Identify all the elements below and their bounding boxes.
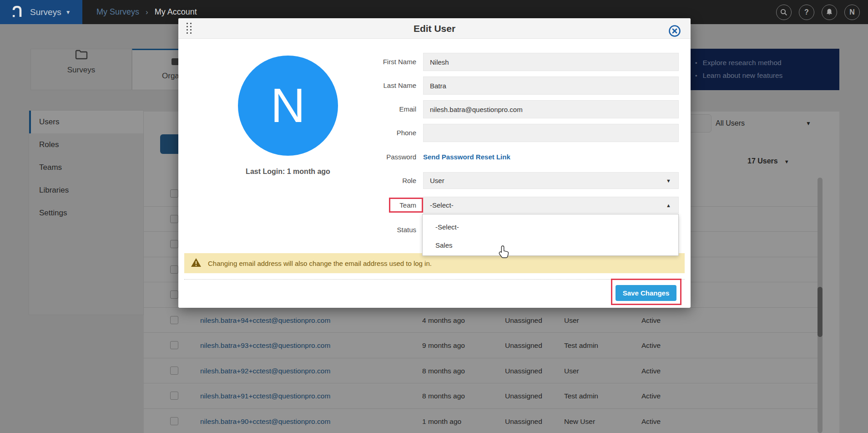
- team-label-annotation-box: [389, 198, 423, 213]
- send-password-reset-link[interactable]: Send Password Reset Link: [423, 153, 510, 161]
- close-icon[interactable]: [668, 25, 681, 37]
- chevron-down-icon: ▼: [66, 9, 71, 15]
- role-label: Role: [343, 172, 416, 189]
- team-select-value: -Select-: [430, 201, 454, 209]
- breadcrumb-my-account: My Account: [155, 7, 197, 17]
- last-name-label: Last Name: [343, 76, 416, 95]
- user-avatar-large: N: [238, 56, 338, 156]
- role-select-value: User: [430, 177, 444, 184]
- questionpro-logo-icon: [11, 5, 23, 20]
- first-name-field[interactable]: [423, 53, 679, 71]
- search-icon[interactable]: [776, 5, 792, 20]
- email-field[interactable]: [423, 100, 679, 118]
- app-window: Surveys ▼ My Surveys › My Account ? N Su…: [0, 0, 868, 433]
- modal-title: Edit User: [178, 18, 691, 39]
- email-label: Email: [343, 100, 416, 118]
- team-dropdown-panel: -Select- Sales: [422, 214, 679, 256]
- status-label: Status: [343, 221, 416, 238]
- edit-user-modal: Edit User N Last Login: 1 month ago Firs…: [178, 18, 691, 308]
- product-name: Surveys: [30, 7, 61, 17]
- phone-label: Phone: [343, 124, 416, 142]
- warning-triangle-icon: [191, 258, 202, 269]
- breadcrumb-separator: ›: [146, 8, 148, 17]
- chevron-down-icon: ▼: [666, 173, 671, 189]
- team-select[interactable]: -Select- ▲: [423, 197, 679, 214]
- chevron-up-icon: ▲: [666, 197, 671, 214]
- team-option-sales[interactable]: Sales: [423, 236, 678, 255]
- warning-text: Changing email address will also change …: [208, 260, 432, 267]
- help-icon[interactable]: ?: [799, 5, 814, 20]
- mouse-cursor-pointer: [499, 245, 510, 260]
- password-label: Password: [343, 153, 416, 161]
- footer-divider: [184, 279, 685, 280]
- modal-header: Edit User: [178, 18, 691, 39]
- notifications-bell-icon[interactable]: [822, 5, 837, 20]
- email-change-warning: Changing email address will also change …: [184, 253, 685, 273]
- team-option-select[interactable]: -Select-: [423, 218, 678, 236]
- save-button-annotation-box: [611, 279, 681, 305]
- first-name-label: First Name: [343, 53, 416, 71]
- last-name-field[interactable]: [423, 76, 679, 95]
- user-avatar[interactable]: N: [844, 5, 860, 20]
- phone-field[interactable]: [423, 124, 679, 142]
- role-select[interactable]: User ▼: [423, 172, 679, 189]
- last-login-text: Last Login: 1 month ago: [231, 168, 345, 176]
- breadcrumb-my-surveys[interactable]: My Surveys: [96, 7, 139, 17]
- product-menu[interactable]: Surveys ▼: [0, 0, 82, 24]
